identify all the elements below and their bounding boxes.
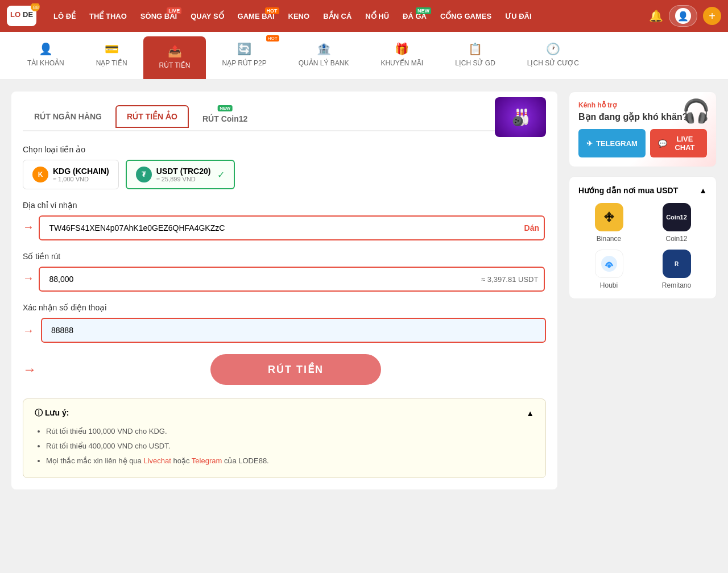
bank-icon: 🏦 <box>317 42 331 56</box>
nav-quay-so[interactable]: QUAY SỐ <box>185 9 229 24</box>
tab-row: RÚT NGÂN HÀNG RÚT TIỀN ẢO NEW RÚT Coin12… <box>23 103 546 131</box>
coin12-name: Coin12 <box>665 235 687 243</box>
coin-selection-group: Chọn loại tiền ảo K KDG (KCHAIN) ≈ 1,000… <box>23 145 546 189</box>
promo-icon: 🎁 <box>395 42 409 56</box>
telegram-icon: ✈ <box>586 139 593 148</box>
coin-kdg[interactable]: K KDG (KCHAIN) ≈ 1,000 VND <box>23 160 119 189</box>
nav-no-hu[interactable]: NỔ HŨ <box>359 9 395 24</box>
amount-arrow-icon: → <box>23 272 34 285</box>
kdg-name: KDG (KCHAIN) <box>53 167 109 176</box>
bet-history-icon: 🕐 <box>546 42 560 56</box>
buy-usdt-header: Hướng dẫn nơi mua USDT ▲ <box>578 186 707 195</box>
binance-item[interactable]: Binance <box>578 203 639 243</box>
kdg-rate: ≈ 1,000 VND <box>53 176 109 182</box>
amount-group: Số tiền rút → ≈ 3,397.81 USDT <box>23 252 546 292</box>
remitano-item[interactable]: R Remitano <box>646 250 707 289</box>
usdt-info: USDT (TRC20) ≈ 25,899 VND <box>156 167 211 182</box>
nav-ban-ca[interactable]: BẮN CÁ <box>317 9 357 24</box>
exchange-logos: Binance Coin12 Coin12 <box>578 203 707 289</box>
headset-icon: 🎧 <box>682 98 710 124</box>
phone-label: Xác nhận số điện thoại <box>23 303 546 312</box>
telegram-link[interactable]: Telegram <box>192 456 222 465</box>
note-2: Rút tối thiểu 400,000 VND cho USDT. <box>46 439 534 454</box>
buy-usdt-title: Hướng dẫn nơi mua USDT <box>578 186 678 195</box>
usdt-icon: ₮ <box>136 167 152 182</box>
nav-the-thao[interactable]: THỂ THAO <box>84 9 133 24</box>
buy-usdt-collapse-icon[interactable]: ▲ <box>699 186 707 195</box>
add-funds-button[interactable]: + <box>703 7 721 25</box>
nav-cong-games[interactable]: CỔNG GAMES <box>435 9 497 24</box>
submit-rut-tien-button[interactable]: RÚT TIỀN <box>210 354 381 385</box>
sub-navigation: 👤 TÀI KHOẢN 💳 NẠP TIỀN 📤 RÚT TIỀN 🔄 NẠP … <box>0 32 728 80</box>
svg-point-11 <box>607 264 611 268</box>
note-3: Mọi thắc mắc xin liên hệ qua Livechat ho… <box>46 454 534 468</box>
submit-row: → RÚT TIỀN <box>23 354 546 385</box>
phone-group: Xác nhận số điện thoại → <box>23 303 546 343</box>
nav-keno[interactable]: KENO <box>283 9 316 24</box>
telegram-button[interactable]: ✈ TELEGRAM <box>578 129 646 157</box>
notes-header: ⓘ Lưu ý: ▲ <box>35 408 534 418</box>
subnav-khuyen-mai[interactable]: 🎁 KHUYẾN MÃI <box>365 32 439 79</box>
address-input[interactable] <box>39 215 545 240</box>
tai-khoan-icon: 👤 <box>39 42 53 56</box>
nav-uu-dai[interactable]: ƯU ĐÃI <box>499 9 537 24</box>
nap-tien-icon: 💳 <box>105 42 119 56</box>
coin12-item[interactable]: Coin12 Coin12 <box>646 203 707 243</box>
phone-input[interactable] <box>41 318 546 343</box>
p2p-icon: 🔄 <box>237 42 251 56</box>
subnav-rut-tien[interactable]: 📤 RÚT TIỀN <box>143 36 206 79</box>
kdg-info: KDG (KCHAIN) ≈ 1,000 VND <box>53 167 109 182</box>
live-badge: LIVE <box>167 7 181 14</box>
nav-da-ga[interactable]: ĐÁ GÀ NEW <box>397 9 432 24</box>
subnav-lich-su-cuoc[interactable]: 🕐 LỊCH SỬ CƯỢC <box>511 32 595 79</box>
subnav-nap-rut-p2p[interactable]: 🔄 NẠP RÚT P2P HOT <box>206 32 282 79</box>
address-label: Địa chỉ ví nhận <box>23 201 546 210</box>
subnav-quan-ly-bank[interactable]: 🏦 QUẢN LÝ BANK <box>283 32 365 79</box>
nav-right-area: 🔔 👤 + <box>649 5 721 27</box>
buy-usdt-card: Hướng dẫn nơi mua USDT ▲ Binance <box>569 176 717 299</box>
subnav-tai-khoan[interactable]: 👤 TÀI KHOẢN <box>11 32 80 79</box>
livechat-button[interactable]: 💬 LIVE CHAT <box>650 129 707 157</box>
notes-title: ⓘ Lưu ý: <box>35 408 69 418</box>
user-area[interactable]: 👤 <box>669 5 697 27</box>
livechat-link[interactable]: Livechat <box>143 456 171 465</box>
houbi-item[interactable]: Houbi <box>578 250 639 289</box>
rut-tien-icon: 📤 <box>168 44 182 58</box>
notes-list: Rút tối thiểu 100,000 VND cho KDG. Rút t… <box>35 424 534 468</box>
logo[interactable]: LO DE 88 <box>7 3 41 28</box>
tab-rut-ngan-hang[interactable]: RÚT NGÂN HÀNG <box>23 105 113 128</box>
tab-rut-tien-ao[interactable]: RÚT TIỀN ẢO <box>115 105 189 128</box>
top-navigation: LO DE 88 LÔ ĐỀ THỂ THAO SÒNG BÀI LIVE QU… <box>0 0 728 32</box>
amount-equiv-text: ≈ 3,397.81 USDT <box>481 275 538 284</box>
coin-usdt[interactable]: ₮ USDT (TRC20) ≈ 25,899 VND ✓ <box>126 160 235 189</box>
usdt-rate: ≈ 25,899 VND <box>156 176 211 182</box>
subnav-nap-tien[interactable]: 💳 NẠP TIỀN <box>80 32 143 79</box>
address-input-wrap: → Dán <box>23 215 546 240</box>
new-badge: NEW <box>416 7 431 14</box>
subnav-promo-label: KHUYẾN MÃI <box>380 59 423 67</box>
usdt-name: USDT (TRC20) <box>156 167 211 176</box>
houbi-logo <box>595 250 623 278</box>
paste-button[interactable]: Dán <box>524 223 539 232</box>
houbi-name: Houbi <box>600 281 618 289</box>
amount-input[interactable] <box>39 267 545 292</box>
livechat-icon: 💬 <box>658 139 667 148</box>
svg-text:88: 88 <box>33 5 39 10</box>
notification-bell[interactable]: 🔔 <box>649 9 663 23</box>
subnav-lich-su-gd[interactable]: 📋 LỊCH SỬ GD <box>439 32 511 79</box>
tab-rut-coin12[interactable]: NEW RÚT Coin12 <box>191 103 259 130</box>
mini-game-image: 🎳 <box>495 97 546 137</box>
amount-input-wrap: → ≈ 3,397.81 USDT <box>23 267 546 292</box>
nav-game-bai[interactable]: GAME BÀI HOT <box>232 9 280 24</box>
nav-song-bai[interactable]: SÒNG BÀI LIVE <box>135 9 183 24</box>
phone-arrow-icon: → <box>23 324 34 337</box>
history-icon: 📋 <box>468 42 482 56</box>
notes-collapse-icon[interactable]: ▲ <box>526 409 534 418</box>
nav-lo-de[interactable]: LÔ ĐỀ <box>48 9 81 24</box>
svg-text:LO: LO <box>10 10 20 19</box>
subnav-history-label: LỊCH SỬ GD <box>455 59 495 67</box>
mini-game-banner[interactable]: 🎳 <box>495 97 546 137</box>
usdt-check-icon: ✓ <box>217 169 225 180</box>
remitano-text: R <box>675 261 679 267</box>
user-avatar-icon: 👤 <box>675 8 691 24</box>
